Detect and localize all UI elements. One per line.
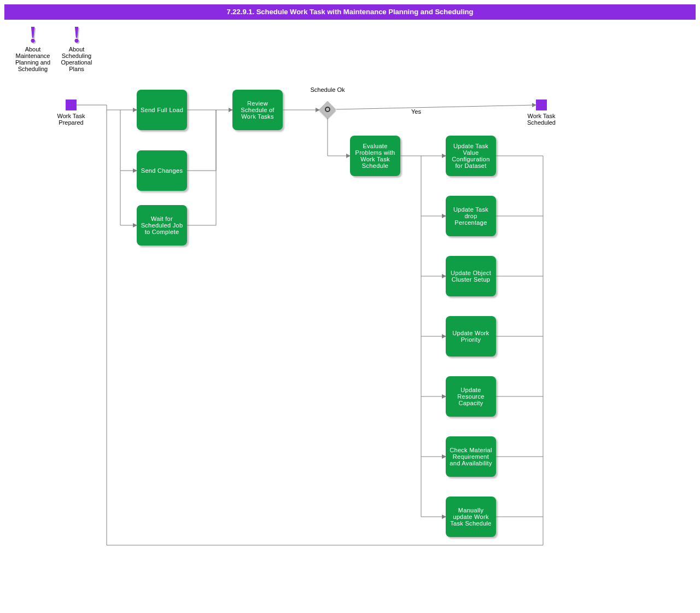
task-evaluate-problems[interactable]: Evaluate Problems with Work Task Schedul… bbox=[350, 136, 400, 176]
flow-label-yes: Yes bbox=[411, 108, 421, 115]
note-about-maintenance[interactable]: ! About Maintenance Planning and Schedul… bbox=[11, 25, 55, 72]
connectors bbox=[0, 0, 700, 613]
task-manually-update-schedule[interactable]: Manually update Work Task Schedule bbox=[446, 497, 496, 537]
task-check-material[interactable]: Check Material Requirement and Availabil… bbox=[446, 436, 496, 477]
start-event-label: Work Task Prepared bbox=[46, 113, 96, 126]
task-wait-scheduled-job[interactable]: Wait for Scheduled Job to Complete bbox=[137, 205, 187, 246]
gateway-label: Schedule Ok bbox=[308, 86, 347, 93]
gateway-circle-icon bbox=[325, 107, 330, 112]
note-label: About Maintenance Planning and Schedulin… bbox=[11, 46, 55, 72]
end-event-label: Work Task Scheduled bbox=[517, 113, 566, 126]
svg-line-6 bbox=[336, 105, 536, 109]
task-review-schedule[interactable]: Review Schedule of Work Tasks bbox=[232, 90, 283, 130]
task-update-object-cluster[interactable]: Update Object Cluster Setup bbox=[446, 256, 496, 296]
exclamation-icon: ! bbox=[11, 25, 55, 45]
page-title: 7.22.9.1. Schedule Work Task with Mainte… bbox=[4, 4, 696, 20]
exclamation-icon: ! bbox=[55, 25, 98, 45]
task-update-work-priority[interactable]: Update Work Priority bbox=[446, 316, 496, 357]
task-send-full-load[interactable]: Send Full Load bbox=[137, 90, 187, 130]
start-event[interactable] bbox=[66, 100, 77, 110]
task-send-changes[interactable]: Send Changes bbox=[137, 150, 187, 191]
note-label: About Scheduling Operational Plans bbox=[55, 46, 98, 72]
task-update-drop-percentage[interactable]: Update Task drop Percentage bbox=[446, 196, 496, 236]
task-update-value-config[interactable]: Update Task Value Configuration for Data… bbox=[446, 136, 496, 176]
note-about-scheduling-plans[interactable]: ! About Scheduling Operational Plans bbox=[55, 25, 98, 72]
task-update-resource-capacity[interactable]: Update Resource Capacity bbox=[446, 376, 496, 417]
gateway-schedule-ok[interactable] bbox=[319, 101, 336, 118]
end-event[interactable] bbox=[536, 100, 547, 110]
